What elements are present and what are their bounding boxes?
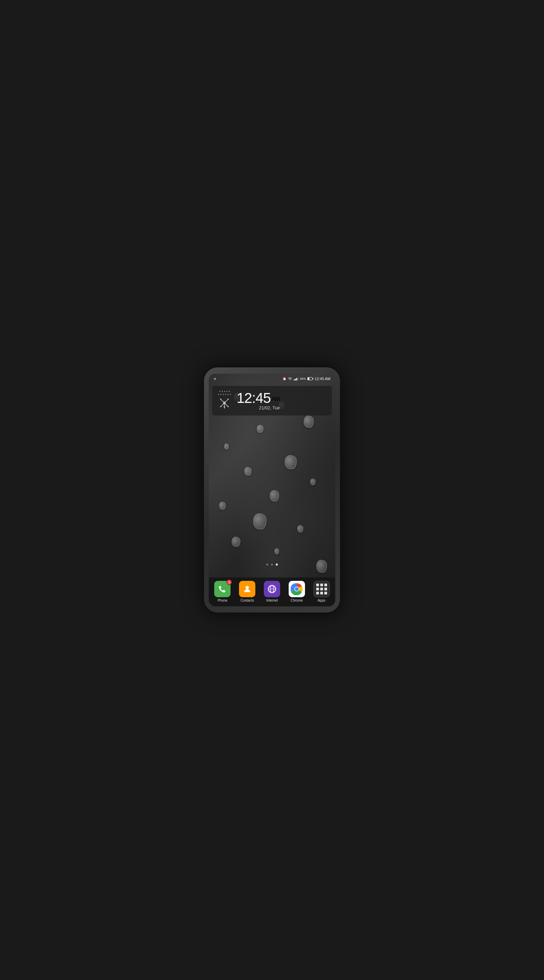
phone-label: Phone (217, 598, 227, 602)
clock-hour-minute: 12:45AM (236, 391, 280, 405)
apps-label: Apps (317, 598, 325, 602)
wifi-icon (288, 377, 292, 380)
internet-label: Internet (266, 598, 278, 602)
status-bar: ❄ ⏰ 34% (209, 374, 335, 383)
contacts-icon (239, 581, 255, 597)
clock-digits: 12:45 (236, 390, 271, 406)
svg-rect-3 (297, 377, 298, 380)
clock-widget: ★ ★ ★ ★ ★ ★ ★ ★ ★ ★ ★ (212, 386, 332, 415)
apps-icon (314, 581, 330, 597)
phone-screen: ❄ ⏰ 34% (209, 374, 335, 606)
app-phone[interactable]: 1 Phone (211, 581, 233, 602)
svg-rect-0 (294, 379, 295, 380)
page-dot-2 (271, 563, 273, 566)
clock-ampm: AM (272, 396, 280, 402)
status-time: 12:45 AM (315, 377, 330, 381)
water-drop (310, 479, 316, 485)
phone-device: ❄ ⏰ 34% (204, 368, 340, 612)
chrome-icon (289, 581, 305, 597)
chrome-icon-wrap (289, 581, 305, 597)
page-dot-3 (276, 563, 278, 566)
stars-middle: ★ ★ ★ ★ ★ ★ (217, 393, 231, 395)
water-drop (224, 443, 229, 450)
water-drop (232, 537, 240, 547)
contacts-label: Contacts (240, 598, 254, 602)
page-indicator (266, 563, 278, 566)
phone-icon-wrap: 1 (214, 581, 230, 597)
water-drop (297, 525, 303, 533)
battery-icon (308, 377, 314, 380)
svg-rect-1 (295, 379, 296, 380)
water-drop (274, 548, 279, 554)
water-drop (257, 425, 263, 433)
apps-icon-wrap (314, 581, 330, 597)
dock: 1 Phone Contacts (209, 578, 335, 606)
internet-icon-wrap (264, 581, 280, 597)
status-right: ⏰ 34% 12:45 AM (282, 377, 331, 381)
notification-icon: ❄ (214, 377, 216, 381)
status-left: ❄ (214, 377, 216, 381)
app-internet[interactable]: Internet (261, 581, 283, 602)
chrome-label: Chrome (291, 598, 303, 602)
widget-emblem (217, 396, 231, 411)
apps-grid (314, 581, 330, 597)
app-contacts[interactable]: Contacts (236, 581, 258, 602)
svg-rect-2 (296, 378, 297, 380)
page-dot-1 (266, 563, 268, 566)
svg-point-26 (295, 587, 298, 591)
clock-date: 21/02, Tue (236, 405, 280, 410)
widget-logo: ★ ★ ★ ★ ★ ★ ★ ★ ★ ★ ★ (217, 390, 231, 411)
svg-rect-6 (308, 378, 309, 380)
clock-time-display: 12:45AM 21/02, Tue (236, 391, 280, 410)
dock-apps: 1 Phone Contacts (210, 581, 334, 602)
phone-badge: 1 (227, 579, 232, 585)
water-drop (304, 415, 314, 428)
svg-marker-17 (224, 406, 225, 408)
water-drop (285, 455, 297, 469)
contacts-icon-wrap (239, 581, 255, 597)
internet-icon (264, 581, 280, 597)
water-drop (316, 560, 327, 573)
battery-percentage: 34% (300, 377, 306, 380)
water-drop (219, 501, 226, 510)
svg-point-18 (246, 586, 249, 589)
alarm-icon: ⏰ (282, 377, 286, 380)
svg-rect-5 (312, 378, 313, 379)
water-drop (253, 513, 266, 530)
water-drop (244, 467, 252, 476)
app-apps[interactable]: Apps (311, 581, 333, 602)
water-drop (270, 490, 279, 501)
signal-icon (294, 377, 298, 380)
app-chrome[interactable]: Chrome (286, 581, 308, 602)
stars-top: ★ ★ ★ ★ ★ (219, 390, 230, 392)
